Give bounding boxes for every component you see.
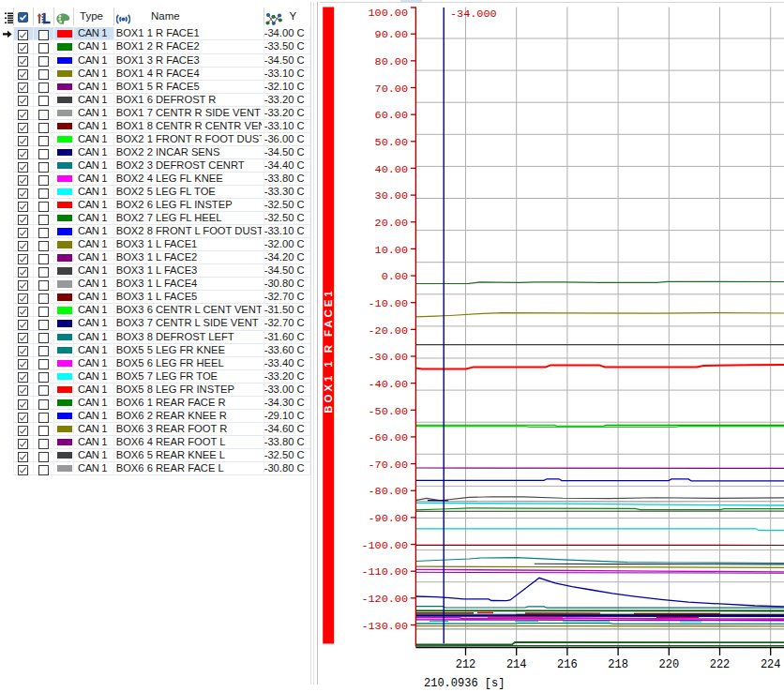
signal-type[interactable]: CAN 1 <box>78 238 107 250</box>
signal-color-swatch[interactable] <box>57 57 72 64</box>
signal-name[interactable]: BOX6 2 REAR KNEE R <box>116 410 263 422</box>
signal-row[interactable]: CAN 1BOX5 6 LEG FR HEEL-33.40 C <box>13 357 310 370</box>
signal-secondary-checkbox[interactable] <box>38 345 49 355</box>
signal-name[interactable]: BOX6 6 REAR FACE L <box>116 462 263 474</box>
signal-row[interactable]: CAN 1BOX6 6 REAR FACE L-30.80 C <box>13 462 310 475</box>
signal-color-swatch[interactable] <box>57 439 72 445</box>
signal-type[interactable]: CAN 1 <box>78 251 107 263</box>
signal-row[interactable]: CAN 1BOX2 6 LEG FL INSTEP-32.50 C <box>13 199 310 212</box>
signal-row[interactable]: CAN 1BOX6 4 REAR FOOT L-33.80 C <box>13 436 310 449</box>
signal-name[interactable]: BOX1 5 R FACE5 <box>116 81 263 93</box>
signal-secondary-checkbox[interactable] <box>38 358 49 369</box>
signal-visible-checkbox[interactable] <box>18 279 28 290</box>
signal-row[interactable]: CAN 1BOX1 3 R FACE3-34.50 C <box>13 54 310 68</box>
splitter-line-2[interactable] <box>317 2 318 684</box>
signal-color-swatch[interactable] <box>57 215 72 221</box>
signal-row[interactable]: CAN 1BOX6 5 REAR KNEE L-32.50 C <box>13 449 310 462</box>
signal-color-swatch[interactable] <box>57 386 72 393</box>
signal-color-swatch[interactable] <box>57 254 72 261</box>
signal-row[interactable]: CAN 1BOX2 2 INCAR SENS-34.50 C <box>13 146 310 159</box>
signal-name[interactable]: BOX5 5 LEG FR KNEE <box>116 344 263 356</box>
signal-type[interactable]: CAN 1 <box>78 410 107 422</box>
signal-visible-checkbox[interactable] <box>18 463 28 474</box>
signal-visible-checkbox[interactable] <box>18 306 28 316</box>
signal-visible-checkbox[interactable] <box>18 55 28 66</box>
signal-row[interactable]: CAN 1BOX1 1 R FACE1-34.00 C <box>13 27 310 40</box>
column-header-type[interactable]: Type <box>80 10 103 22</box>
signal-color-swatch[interactable] <box>57 83 72 90</box>
signal-type[interactable]: CAN 1 <box>78 436 107 448</box>
signal-secondary-checkbox[interactable] <box>38 29 49 39</box>
signal-name[interactable]: BOX3 1 L FACE3 <box>116 264 263 277</box>
signal-name[interactable]: BOX2 1 FRONT R FOOT DUST <box>116 133 263 145</box>
signal-secondary-checkbox[interactable] <box>38 82 49 92</box>
signal-type[interactable]: CAN 1 <box>78 81 107 93</box>
signal-row[interactable]: CAN 1BOX3 1 L FACE2-34.20 C <box>13 251 310 264</box>
signal-visible-checkbox[interactable] <box>18 358 28 369</box>
signal-name[interactable]: BOX3 1 L FACE2 <box>116 251 263 263</box>
signal-secondary-checkbox[interactable] <box>38 293 49 303</box>
signal-visible-checkbox[interactable] <box>18 173 28 184</box>
signal-color-swatch[interactable] <box>57 202 72 208</box>
signal-visible-checkbox[interactable] <box>18 121 28 131</box>
signal-secondary-checkbox[interactable] <box>38 173 49 184</box>
signal-secondary-checkbox[interactable] <box>38 411 49 421</box>
signal-type[interactable]: CAN 1 <box>78 54 107 67</box>
signal-color-swatch[interactable] <box>57 241 72 248</box>
signal-type[interactable]: CAN 1 <box>78 264 107 277</box>
signal-color-swatch[interactable] <box>57 465 72 472</box>
signal-name[interactable]: BOX5 6 LEG FR HEEL <box>116 357 263 369</box>
signal-visible-checkbox[interactable] <box>18 384 28 395</box>
signal-name[interactable]: BOX1 3 R FACE3 <box>116 54 263 67</box>
signal-visible-checkbox[interactable] <box>18 424 28 434</box>
signal-color-swatch[interactable] <box>57 413 72 419</box>
signal-name[interactable]: BOX2 4 LEG FL KNEE <box>116 173 263 185</box>
signal-color-swatch[interactable] <box>57 110 72 116</box>
signal-color-swatch[interactable] <box>57 373 72 380</box>
signal-color-swatch[interactable] <box>57 175 72 182</box>
signal-visible-checkbox[interactable] <box>18 293 28 303</box>
signal-visible-checkbox[interactable] <box>18 29 28 39</box>
signal-name[interactable]: BOX3 1 L FACE4 <box>116 278 263 290</box>
signal-visible-checkbox[interactable] <box>18 319 28 329</box>
signal-visible-checkbox[interactable] <box>18 82 28 92</box>
signal-row[interactable]: CAN 1BOX2 3 DEFROST CENRT-34.40 C <box>13 159 310 173</box>
signal-color-swatch[interactable] <box>57 280 72 287</box>
signal-name[interactable]: BOX6 5 REAR KNEE L <box>116 449 263 461</box>
signal-name[interactable]: BOX1 4 R FACE4 <box>116 68 263 80</box>
signal-name[interactable]: BOX1 6 DEFROST R <box>116 94 263 106</box>
signal-name[interactable]: BOX6 4 REAR FOOT L <box>116 436 263 448</box>
signal-secondary-checkbox[interactable] <box>38 306 49 316</box>
signal-secondary-checkbox[interactable] <box>38 160 49 171</box>
signal-row[interactable]: CAN 1BOX1 7 CENTR R SIDE VENT-33.20 C <box>13 107 310 120</box>
signal-row[interactable]: CAN 1BOX1 4 R FACE4-33.10 C <box>13 68 310 81</box>
signal-type[interactable]: CAN 1 <box>78 120 107 132</box>
signal-row[interactable]: CAN 1BOX3 1 L FACE3-34.50 C <box>13 264 310 278</box>
signal-type[interactable]: CAN 1 <box>78 146 107 158</box>
signal-secondary-checkbox[interactable] <box>38 200 49 210</box>
signal-secondary-checkbox[interactable] <box>38 266 49 277</box>
signal-type[interactable]: CAN 1 <box>78 40 107 53</box>
signal-row[interactable]: CAN 1BOX2 4 LEG FL KNEE-33.80 C <box>13 173 310 186</box>
signal-type[interactable]: CAN 1 <box>78 384 107 396</box>
signal-color-swatch[interactable] <box>57 399 72 406</box>
signal-visible-checkbox[interactable] <box>18 147 28 158</box>
signal-row[interactable]: CAN 1BOX3 1 L FACE5-32.70 C <box>13 291 310 304</box>
signal-type[interactable]: CAN 1 <box>78 278 107 290</box>
signal-visible-checkbox[interactable] <box>18 134 28 144</box>
signal-name[interactable]: BOX3 1 L FACE5 <box>116 291 263 303</box>
signal-name[interactable]: BOX5 7 LEG FR TOE <box>116 370 263 383</box>
signal-row[interactable]: CAN 1BOX1 2 R FACE2-33.50 C <box>13 40 310 53</box>
signal-secondary-checkbox[interactable] <box>38 121 49 131</box>
signal-name[interactable]: BOX3 6 CENTR L CENT VENT <box>116 304 263 316</box>
signal-color-swatch[interactable] <box>57 267 72 274</box>
signal-name[interactable]: BOX1 2 R FACE2 <box>116 40 263 53</box>
signal-secondary-checkbox[interactable] <box>38 213 49 223</box>
signal-name[interactable]: BOX2 7 LEG FL HEEL <box>116 212 263 224</box>
signal-visible-checkbox[interactable] <box>18 187 28 197</box>
signal-name[interactable]: BOX2 6 LEG FL INSTEP <box>116 199 263 211</box>
signal-name[interactable]: BOX2 2 INCAR SENS <box>116 146 263 158</box>
signal-row[interactable]: CAN 1BOX1 8 CENTR R CENTR VENT-33.10 C <box>13 120 310 133</box>
signal-secondary-checkbox[interactable] <box>38 319 49 329</box>
signal-secondary-checkbox[interactable] <box>38 42 49 53</box>
